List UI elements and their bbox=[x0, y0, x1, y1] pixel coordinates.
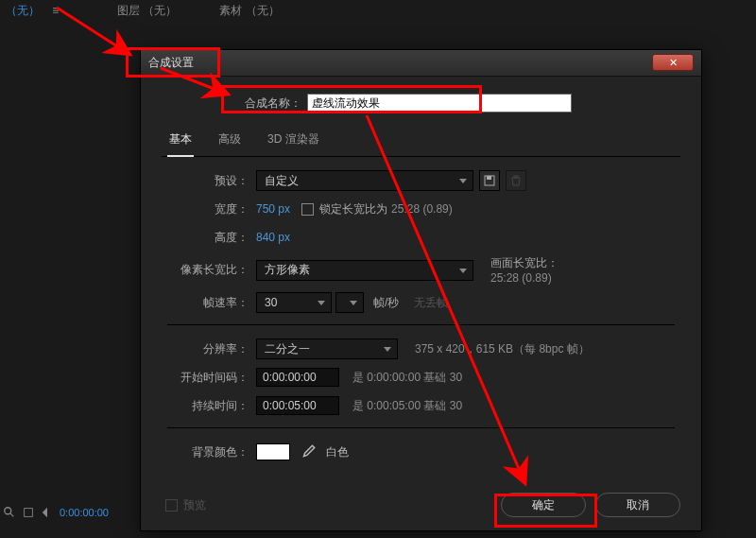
menu-icon[interactable]: ≡ bbox=[52, 4, 59, 17]
close-icon: ✕ bbox=[669, 57, 678, 68]
resolution-label: 分辨率： bbox=[167, 341, 249, 357]
par-select[interactable]: 方形像素 bbox=[256, 260, 473, 281]
icon-c[interactable] bbox=[41, 506, 54, 519]
resolution-select[interactable]: 二分之一 bbox=[256, 338, 398, 359]
bgcolor-name: 白色 bbox=[326, 444, 349, 460]
height-label: 高度： bbox=[167, 230, 249, 246]
tab-3d-renderer[interactable]: 3D 渲染器 bbox=[266, 126, 321, 156]
fps-select[interactable]: 30 bbox=[256, 292, 332, 313]
duration-label: 持续时间： bbox=[167, 398, 249, 414]
svg-rect-4 bbox=[487, 176, 491, 180]
preview-label: 预览 bbox=[183, 497, 206, 513]
dialog-title: 合成设置 bbox=[148, 55, 194, 71]
svg-point-0 bbox=[5, 508, 11, 514]
settings-tabs: 基本 高级 3D 渲染器 bbox=[162, 126, 680, 157]
save-preset-button[interactable] bbox=[479, 170, 500, 191]
marker-icon[interactable] bbox=[22, 506, 35, 519]
fps-dropdown-icon[interactable] bbox=[335, 292, 364, 313]
delete-preset-button bbox=[506, 170, 526, 191]
height-value[interactable]: 840 px bbox=[256, 231, 290, 244]
width-label: 宽度： bbox=[167, 201, 249, 217]
comp-name-input[interactable] bbox=[307, 94, 572, 113]
lock-aspect-checkbox[interactable] bbox=[301, 203, 314, 216]
start-tc-input[interactable]: 0:00:00:00 bbox=[256, 368, 339, 387]
lock-aspect-ratio: 25:28 (0.89) bbox=[391, 202, 453, 216]
resolution-info: 375 x 420，615 KB（每 8bpc 帧） bbox=[415, 341, 590, 357]
par-label: 像素长宽比： bbox=[167, 262, 249, 278]
eyedropper-icon[interactable] bbox=[300, 443, 317, 460]
screen-aspect-value: 25:28 (0.89) bbox=[490, 271, 558, 285]
preview-checkbox bbox=[165, 499, 178, 512]
timeline-timecode[interactable]: 0:00:00:00 bbox=[60, 507, 109, 518]
tab-basic[interactable]: 基本 bbox=[167, 126, 194, 157]
preset-select[interactable]: 自定义 bbox=[256, 170, 473, 191]
duration-input[interactable]: 0:00:05:00 bbox=[256, 396, 339, 415]
composition-settings-dialog: 合成设置 ✕ 合成名称： 基本 高级 3D 渲染器 预设： 自定义 bbox=[140, 49, 702, 531]
preset-label: 预设： bbox=[167, 173, 249, 189]
comp-name-label: 合成名称： bbox=[245, 95, 301, 112]
screen-aspect-label: 画面长宽比： bbox=[490, 255, 558, 271]
cancel-button[interactable]: 取消 bbox=[595, 493, 680, 517]
top-none[interactable]: （无） bbox=[6, 4, 40, 17]
fps-dropframe: 无丢帧 bbox=[414, 295, 448, 311]
fps-label: 帧速率： bbox=[167, 295, 249, 311]
width-value[interactable]: 750 px bbox=[256, 202, 290, 216]
app-top-menu: （无） ≡ 图层 （无） 素材 （无） bbox=[0, 3, 756, 18]
bgcolor-label: 背景颜色： bbox=[167, 444, 249, 460]
start-tc-label: 开始时间码： bbox=[167, 370, 249, 386]
bgcolor-chip[interactable] bbox=[256, 443, 290, 460]
top-layer[interactable]: 图层 （无） bbox=[117, 4, 177, 17]
svg-line-1 bbox=[10, 513, 14, 517]
duration-info: 是 0:00:05:00 基础 30 bbox=[352, 398, 462, 414]
tab-advanced[interactable]: 高级 bbox=[216, 126, 243, 156]
ok-button[interactable]: 确定 bbox=[501, 493, 586, 517]
fps-unit: 帧/秒 bbox=[373, 295, 399, 311]
search-icon[interactable] bbox=[3, 506, 16, 519]
svg-rect-2 bbox=[25, 509, 33, 517]
close-button[interactable]: ✕ bbox=[652, 54, 694, 71]
dialog-titlebar[interactable]: 合成设置 ✕ bbox=[141, 50, 701, 77]
start-tc-info: 是 0:00:00:00 基础 30 bbox=[352, 370, 462, 386]
lock-aspect-label: 锁定长宽比为 bbox=[319, 201, 387, 217]
top-asset[interactable]: 素材 （无） bbox=[219, 4, 279, 17]
